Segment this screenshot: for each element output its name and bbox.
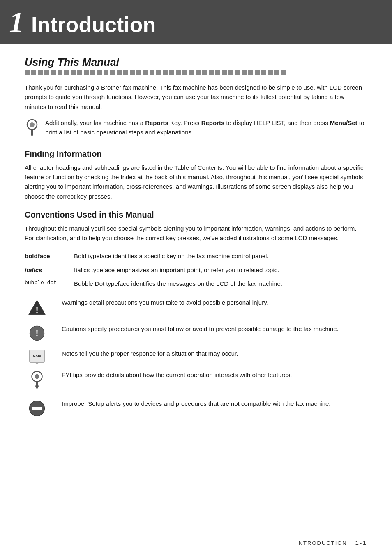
caution-icon: !	[29, 325, 45, 341]
svg-marker-3	[30, 134, 34, 137]
conventions-table: boldface Bold typeface identifies a spec…	[25, 249, 367, 290]
no-entry-icon	[28, 400, 46, 417]
section-divider	[25, 70, 367, 75]
table-row: bubble dot Bubble Dot typeface identifie…	[25, 277, 367, 290]
fyi-note-icon	[25, 119, 39, 140]
footer-page: 1-1	[355, 540, 367, 546]
using-note-text: Additionally, your fax machine has a Rep…	[45, 118, 367, 137]
finding-title: Finding Information	[25, 149, 367, 159]
note-icon-cell: Note	[25, 349, 49, 363]
warning-icon-cell: !	[25, 298, 49, 317]
svg-point-1	[30, 122, 35, 127]
chapter-title: Introduction	[31, 14, 156, 35]
note-desc: Notes tell you the proper response for a…	[62, 349, 238, 358]
chapter-header: 1 Introduction	[0, 0, 392, 44]
fyi-icon-svg	[25, 119, 39, 139]
nentry-row: Improper Setup alerts you to devices and…	[25, 399, 367, 417]
page-content: Using This Manual Thank you for purchasi…	[0, 56, 392, 449]
using-note-box: Additionally, your fax machine has a Rep…	[25, 118, 367, 140]
section-using: Using This Manual Thank you for purchasi…	[25, 56, 367, 140]
using-body: Thank you for purchasing a Brother fax m…	[25, 83, 367, 111]
page-footer: INTRODUCTION 1-1	[296, 540, 367, 546]
svg-marker-11	[35, 386, 39, 390]
section-conventions: Conventions Used in this Manual Througho…	[25, 210, 367, 417]
caution-row: ! Cautions specify procedures you must f…	[25, 324, 367, 341]
desc-bubble-dot: Bubble Dot typeface identifies the messa…	[74, 277, 367, 290]
nentry-desc: Improper Setup alerts you to devices and…	[62, 399, 331, 408]
footer-label: INTRODUCTION	[296, 540, 347, 546]
desc-italics: Italics typeface emphasizes an important…	[74, 263, 367, 277]
table-row: italics Italics typeface emphasizes an i…	[25, 263, 367, 277]
fyi-bulb-icon	[30, 371, 44, 392]
conventions-body: Throughout this manual you'll see specia…	[25, 224, 367, 243]
svg-text:!: !	[35, 304, 39, 315]
finding-body: All chapter headings and subheadings are…	[25, 163, 367, 201]
fyi-row: FYI tips provide details about how the c…	[25, 370, 367, 392]
note-tag-icon: Note	[29, 350, 45, 363]
note-row: Note Notes tell you the proper response …	[25, 349, 367, 363]
caution-desc: Cautions specify procedures you must fol…	[62, 324, 339, 334]
term-italics: italics	[25, 263, 74, 277]
table-row: boldface Bold typeface identifies a spec…	[25, 249, 367, 263]
warning-desc: Warnings detail precautions you must tak…	[62, 298, 268, 307]
svg-point-9	[35, 374, 39, 379]
warning-row: ! Warnings detail precautions you must t…	[25, 298, 367, 317]
term-boldface: boldface	[25, 249, 74, 263]
chapter-number: 1	[9, 7, 24, 37]
conventions-title: Conventions Used in this Manual	[25, 210, 367, 220]
nentry-icon-cell	[25, 399, 49, 417]
desc-boldface: Bold typeface identifies a specific key …	[74, 249, 367, 263]
section-using-title: Using This Manual	[25, 56, 367, 69]
svg-text:!: !	[35, 328, 38, 338]
caution-icon-cell: !	[25, 324, 49, 341]
warning-icon: !	[28, 299, 46, 317]
term-bubble-dot: bubble dot	[25, 277, 74, 290]
svg-rect-13	[32, 407, 42, 410]
section-finding: Finding Information All chapter headings…	[25, 149, 367, 201]
fyi-desc: FYI tips provide details about how the c…	[62, 370, 292, 380]
fyi-icon-cell	[25, 370, 49, 392]
